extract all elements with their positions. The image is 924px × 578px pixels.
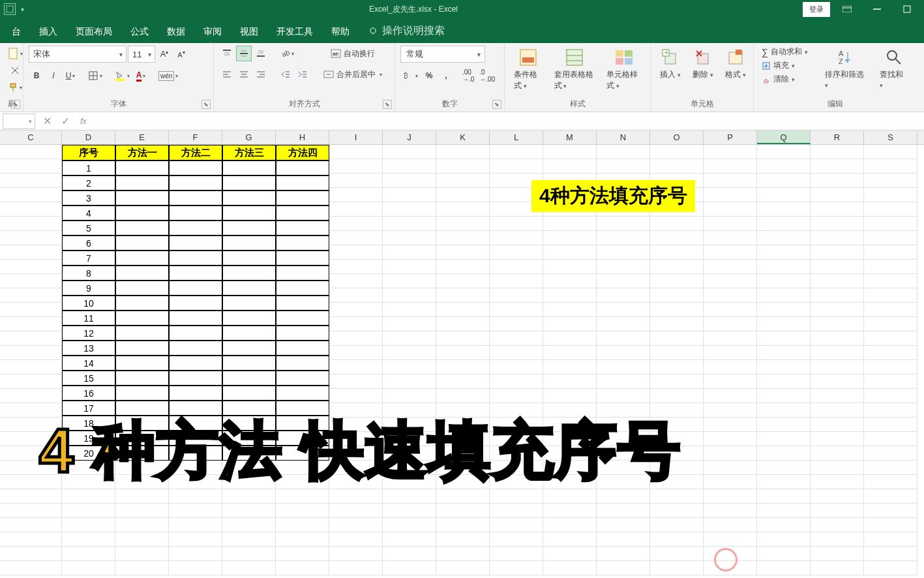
- table-cell[interactable]: [276, 281, 329, 296]
- tab-layout[interactable]: 页面布局: [67, 21, 121, 43]
- table-cell[interactable]: [222, 311, 276, 326]
- table-cell[interactable]: [115, 205, 169, 221]
- table-cell[interactable]: 11: [62, 311, 115, 326]
- table-cell[interactable]: [115, 281, 169, 296]
- sort-filter-button[interactable]: AZ排序和筛选: [821, 46, 872, 91]
- align-left-button[interactable]: [219, 67, 235, 82]
- table-cell[interactable]: [276, 266, 329, 281]
- cell-styles-button[interactable]: 单元格样式: [603, 46, 645, 93]
- table-cell[interactable]: [169, 296, 222, 311]
- increase-decimal-button[interactable]: .00→.0: [460, 68, 476, 84]
- table-cell[interactable]: [115, 236, 169, 251]
- table-cell[interactable]: [169, 160, 222, 175]
- table-cell[interactable]: [169, 190, 222, 205]
- insert-cells-button[interactable]: +插入: [656, 46, 685, 82]
- table-cell[interactable]: [222, 386, 276, 401]
- number-launcher[interactable]: ⬊: [492, 100, 501, 109]
- table-cell[interactable]: 16: [62, 386, 115, 401]
- table-cell[interactable]: [276, 190, 329, 205]
- number-format-select[interactable]: 常规: [400, 46, 485, 63]
- align-center-button[interactable]: [236, 67, 252, 82]
- table-cell[interactable]: [276, 341, 329, 356]
- login-button[interactable]: 登录: [803, 2, 830, 17]
- table-cell[interactable]: [222, 175, 276, 190]
- delete-cells-button[interactable]: 删除: [689, 46, 717, 82]
- table-cell[interactable]: [115, 266, 169, 281]
- tab-help[interactable]: 帮助: [322, 21, 359, 43]
- table-cell[interactable]: [222, 266, 276, 281]
- column-header-F[interactable]: F: [169, 130, 222, 144]
- orientation-button[interactable]: ab: [278, 46, 296, 61]
- table-header[interactable]: 方法四: [276, 145, 329, 160]
- table-header[interactable]: 方法一: [115, 145, 169, 160]
- column-header-K[interactable]: K: [436, 130, 490, 144]
- table-cell[interactable]: 6: [62, 236, 115, 251]
- comma-button[interactable]: ,: [438, 68, 454, 84]
- increase-font-button[interactable]: A▴: [156, 46, 172, 62]
- tab-formulas[interactable]: 公式: [121, 21, 158, 43]
- table-cell[interactable]: [276, 205, 329, 221]
- cancel-formula-button[interactable]: ✕: [38, 114, 56, 129]
- table-cell[interactable]: [222, 356, 276, 371]
- column-header-L[interactable]: L: [490, 130, 543, 144]
- table-cell[interactable]: [276, 386, 329, 401]
- column-header-G[interactable]: G: [222, 130, 276, 144]
- column-header-C[interactable]: C: [0, 130, 62, 144]
- column-header-R[interactable]: R: [811, 130, 864, 144]
- table-cell[interactable]: [115, 296, 169, 311]
- table-cell[interactable]: [222, 205, 276, 221]
- table-header[interactable]: 序号: [62, 145, 115, 160]
- tab-data[interactable]: 数据: [158, 21, 194, 43]
- table-cell[interactable]: [276, 251, 329, 266]
- table-cell[interactable]: [222, 236, 276, 251]
- table-cell[interactable]: 13: [62, 341, 115, 356]
- table-cell[interactable]: [169, 266, 222, 281]
- table-cell[interactable]: 2: [62, 175, 115, 190]
- tell-me-search[interactable]: 操作说明搜索: [359, 19, 454, 43]
- table-cell[interactable]: [169, 371, 222, 386]
- increase-indent-button[interactable]: [295, 67, 310, 82]
- table-cell[interactable]: [115, 175, 169, 190]
- table-cell[interactable]: [276, 356, 329, 371]
- table-cell[interactable]: 9: [62, 281, 115, 296]
- font-color-button[interactable]: A: [133, 68, 149, 84]
- tab-view[interactable]: 视图: [231, 21, 267, 43]
- font-size-select[interactable]: 11: [128, 46, 155, 63]
- formula-input[interactable]: [93, 114, 924, 129]
- table-cell[interactable]: [276, 296, 329, 311]
- table-cell[interactable]: 10: [62, 296, 115, 311]
- confirm-formula-button[interactable]: ✓: [56, 114, 74, 129]
- table-cell[interactable]: [222, 251, 276, 266]
- table-cell[interactable]: [169, 281, 222, 296]
- table-header[interactable]: 方法二: [169, 145, 222, 160]
- column-header-J[interactable]: J: [383, 130, 436, 144]
- table-cell[interactable]: [115, 356, 169, 371]
- find-select-button[interactable]: 查找和: [876, 46, 912, 91]
- column-header-E[interactable]: E: [115, 130, 169, 144]
- align-right-button[interactable]: [253, 67, 269, 82]
- table-cell[interactable]: [222, 341, 276, 356]
- border-button[interactable]: [86, 68, 104, 84]
- italic-button[interactable]: I: [46, 68, 61, 84]
- table-cell[interactable]: [276, 236, 329, 251]
- table-cell[interactable]: 7: [62, 251, 115, 266]
- table-cell[interactable]: 15: [62, 371, 115, 386]
- alignment-launcher[interactable]: ⬊: [383, 100, 392, 109]
- column-header-Q[interactable]: Q: [757, 130, 811, 144]
- table-cell[interactable]: [169, 356, 222, 371]
- clipboard-launcher[interactable]: ⬊: [11, 100, 20, 109]
- table-cell[interactable]: [276, 221, 329, 236]
- table-header[interactable]: 方法三: [222, 145, 276, 160]
- table-cell[interactable]: [276, 175, 329, 190]
- format-as-table-button[interactable]: 套用表格格式: [550, 46, 599, 93]
- table-cell[interactable]: [222, 296, 276, 311]
- maximize-button[interactable]: [894, 0, 920, 18]
- table-cell[interactable]: [222, 190, 276, 205]
- table-cell[interactable]: [169, 236, 222, 251]
- table-cell[interactable]: [115, 160, 169, 175]
- column-header-O[interactable]: O: [650, 130, 704, 144]
- table-cell[interactable]: [276, 160, 329, 175]
- table-cell[interactable]: 5: [62, 221, 115, 236]
- column-header-N[interactable]: N: [597, 130, 650, 144]
- conditional-format-button[interactable]: 条件格式: [510, 46, 546, 93]
